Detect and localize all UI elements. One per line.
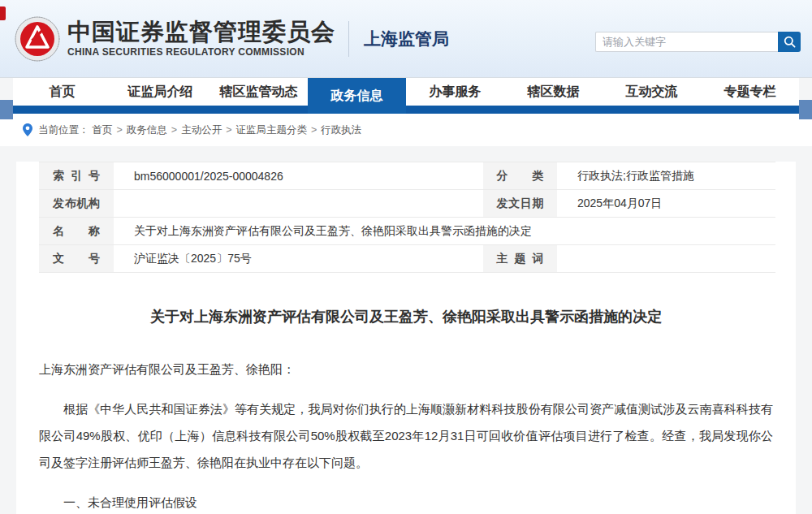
- main-nav: 首页 证监局介绍 辖区监管动态 政务信息 办事服务 辖区数据 互动交流 专题专栏: [0, 78, 812, 114]
- meta-value-category: 行政执法;行政监管措施: [557, 162, 775, 190]
- breadcrumb: 当前位置： 首页 > 政务信息 > 主动公开 > 证监局主题分类 > 行政执法: [0, 114, 812, 146]
- meta-label-doc-no: 文号: [39, 245, 114, 273]
- nav-item-bureau-intro[interactable]: 证监局介绍: [111, 78, 209, 106]
- nav-item-regional-news[interactable]: 辖区监管动态: [209, 78, 308, 106]
- org-name-cn: 中国证券监督管理委员会: [67, 19, 335, 45]
- table-row: 发布机构 发文日期 2025年04月07日: [39, 190, 775, 218]
- header-divider: [348, 21, 349, 57]
- site-header: 中国证券监督管理委员会 CHINA SECURITIES REGULATORY …: [0, 0, 812, 78]
- meta-value-index-no: bm56000001/2025-00004826: [114, 162, 483, 190]
- body-paragraph: 根据《中华人民共和国证券法》等有关规定，我局对你们执行的上海顺灏新材料科技股份有…: [39, 395, 773, 476]
- nav-item-services[interactable]: 办事服务: [406, 78, 504, 106]
- nav-item-interaction[interactable]: 互动交流: [603, 78, 701, 106]
- bureau-name: 上海监管局: [364, 28, 449, 50]
- location-pin-icon: [23, 123, 32, 136]
- corner-ribbon: [0, 6, 6, 20]
- nav-item-gov-info[interactable]: 政务信息: [308, 78, 406, 114]
- section-heading: 一、未合理使用评估假设: [39, 489, 773, 514]
- meta-label-category: 分类: [483, 162, 557, 190]
- org-title-block: 中国证券监督管理委员会 CHINA SECURITIES REGULATORY …: [67, 19, 335, 58]
- search-box: [595, 32, 801, 52]
- search-icon: [784, 36, 796, 48]
- breadcrumb-prefix: 当前位置：: [38, 123, 89, 137]
- breadcrumb-item-enforcement[interactable]: 行政执法: [321, 123, 361, 137]
- meta-value-issue-date: 2025年04月07日: [557, 190, 775, 218]
- nav-side-accent-right: [799, 100, 812, 119]
- nav-item-special-topics[interactable]: 专题专栏: [701, 78, 799, 106]
- search-button[interactable]: [778, 32, 801, 52]
- table-row: 名称 关于对上海东洲资产评估有限公司及王盈芳、徐艳阳采取出具警示函措施的决定: [39, 218, 775, 245]
- document-meta-table: 索引号 bm56000001/2025-00004826 分类 行政执法;行政监…: [39, 162, 775, 273]
- nav-bottom-strip: [13, 106, 799, 114]
- nav-item-regional-data[interactable]: 辖区数据: [504, 78, 603, 106]
- meta-value-doc-no: 沪证监决〔2025〕75号: [114, 245, 483, 273]
- meta-label-index-no: 索引号: [39, 162, 114, 190]
- salutation-paragraph: 上海东洲资产评估有限公司及王盈芳、徐艳阳：: [39, 356, 773, 382]
- org-name-en: CHINA SECURITIES REGULATORY COMMISSION: [67, 46, 335, 58]
- page-title: 关于对上海东洲资产评估有限公司及王盈芳、徐艳阳采取出具警示函措施的决定: [16, 307, 796, 326]
- meta-label-issue-date: 发文日期: [483, 190, 557, 218]
- document-body: 上海东洲资产评估有限公司及王盈芳、徐艳阳： 根据《中华人民共和国证券法》等有关规…: [39, 356, 773, 514]
- breadcrumb-item-topic-category[interactable]: 证监局主题分类: [235, 123, 307, 137]
- csrc-emblem-icon: [15, 16, 60, 62]
- breadcrumb-item-proactive-disclosure[interactable]: 主动公开: [181, 123, 222, 137]
- search-input[interactable]: [595, 32, 778, 52]
- meta-value-publisher: [114, 190, 483, 218]
- meta-label-publisher: 发布机构: [39, 190, 114, 218]
- meta-label-subject-words: 主题词: [483, 245, 557, 273]
- breadcrumb-item-home[interactable]: 首页: [93, 123, 113, 137]
- content-card: 索引号 bm56000001/2025-00004826 分类 行政执法;行政监…: [16, 162, 796, 514]
- meta-label-name: 名称: [39, 218, 114, 245]
- table-row: 文号 沪证监决〔2025〕75号 主题词: [39, 245, 775, 273]
- nav-side-accent-left: [0, 100, 13, 119]
- meta-value-name: 关于对上海东洲资产评估有限公司及王盈芳、徐艳阳采取出具警示函措施的决定: [114, 218, 775, 245]
- nav-item-home[interactable]: 首页: [13, 78, 111, 106]
- meta-value-subject-words: [557, 245, 775, 273]
- breadcrumb-item-gov-info[interactable]: 政务信息: [127, 123, 167, 137]
- table-row: 索引号 bm56000001/2025-00004826 分类 行政执法;行政监…: [39, 162, 775, 190]
